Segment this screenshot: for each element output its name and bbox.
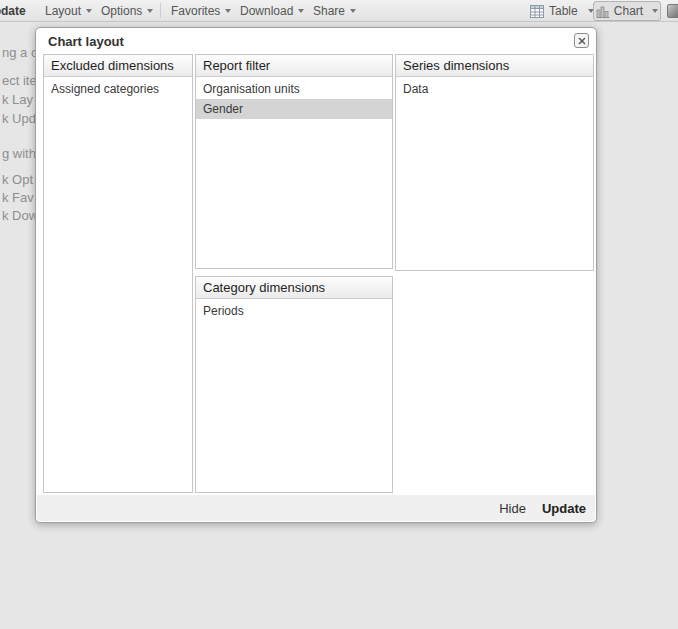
caret-down-icon <box>350 9 356 13</box>
dimension-item-gender[interactable]: Gender <box>196 99 392 119</box>
panel-excluded-dimensions: Excluded dimensions Assigned categories <box>43 54 193 493</box>
background-text-fragment: k Opt <box>2 172 33 187</box>
menu-options[interactable]: Options <box>101 0 153 22</box>
dialog-footer: Hide Update <box>37 495 595 521</box>
panel-item-list: Organisation units Gender <box>196 77 392 119</box>
background-text-fragment: k Upd <box>2 111 36 126</box>
background-text-fragment: k Lay <box>2 92 33 107</box>
background-text-fragment: k Dow <box>2 208 38 223</box>
toolbar-divider <box>160 3 161 18</box>
caret-down-icon <box>652 9 658 13</box>
dimension-item-data[interactable]: Data <box>396 79 593 99</box>
update-button-dialog[interactable]: Update <box>542 501 586 516</box>
panel-header: Report filter <box>196 55 392 77</box>
hide-button[interactable]: Hide <box>499 501 526 516</box>
background-text-fragment: k Fav <box>2 190 34 205</box>
caret-down-icon <box>147 9 153 13</box>
panel-item-list: Data <box>396 77 593 99</box>
menu-layout[interactable]: Layout <box>45 0 92 22</box>
dimension-item-organisation-units[interactable]: Organisation units <box>196 79 392 99</box>
chart-view-button[interactable]: Chart <box>593 1 661 21</box>
menu-share[interactable]: Share <box>313 0 356 22</box>
panel-category-dimensions: Category dimensions Periods <box>195 276 393 493</box>
top-toolbar: Update Layout Options Favorites Download… <box>0 0 678 22</box>
panel-header: Excluded dimensions <box>44 55 192 77</box>
caret-down-icon <box>86 9 92 13</box>
panel-header: Series dimensions <box>396 55 593 77</box>
update-button[interactable]: Update <box>0 0 26 22</box>
background-text-fragment: g with <box>2 146 36 161</box>
dialog-title: Chart layout <box>48 28 124 54</box>
menu-favorites[interactable]: Favorites <box>171 0 231 22</box>
caret-down-icon <box>225 9 231 13</box>
close-icon <box>578 37 586 45</box>
menu-download[interactable]: Download <box>240 0 304 22</box>
table-view-button[interactable]: Table <box>530 0 594 22</box>
chart-layout-dialog: Chart layout Excluded dimensions Assigne… <box>35 27 597 523</box>
panel-item-list: Assigned categories <box>44 77 192 99</box>
chart-icon <box>596 5 610 18</box>
dimension-item-assigned-categories[interactable]: Assigned categories <box>44 79 192 99</box>
caret-down-icon <box>298 9 304 13</box>
table-icon <box>530 5 544 18</box>
dimension-item-periods[interactable]: Periods <box>196 301 392 321</box>
background-text-fragment: ect ite <box>2 73 37 88</box>
background-text-fragment: ng a c <box>2 45 37 60</box>
application-window: Update Layout Options Favorites Download… <box>0 0 678 629</box>
panel-series-dimensions: Series dimensions Data <box>395 54 594 271</box>
close-button[interactable] <box>574 33 589 48</box>
panel-item-list: Periods <box>196 299 392 321</box>
map-view-icon[interactable] <box>667 4 678 18</box>
panel-header: Category dimensions <box>196 277 392 299</box>
panel-report-filter: Report filter Organisation units Gender <box>195 54 393 269</box>
